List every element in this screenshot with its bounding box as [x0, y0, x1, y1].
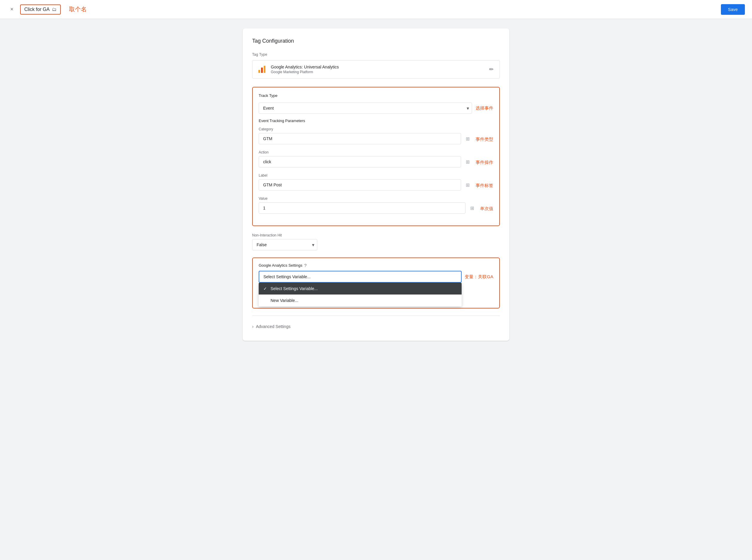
topbar: × Click for GA 🗂 取个名 Save — [0, 0, 752, 19]
main-content: Tag Configuration Tag Type Google Analyt… — [0, 19, 752, 350]
ga-settings-selected-value: Select Settings Variable... — [263, 274, 310, 279]
card: Tag Configuration Tag Type Google Analyt… — [243, 28, 509, 341]
dropdown-item-new-variable[interactable]: New Variable... — [259, 295, 462, 306]
non-interaction-section: Non-Interaction Hit False True ▾ — [252, 233, 500, 251]
track-type-field: Event Page View Transaction ▾ 选择事件 — [259, 102, 493, 114]
card-title: Tag Configuration — [252, 38, 500, 44]
label-chinese-label: 事件标签 — [475, 183, 493, 188]
non-interaction-select[interactable]: False True — [252, 239, 317, 251]
save-button[interactable]: Save — [721, 4, 745, 15]
label-variable-button[interactable]: ⊞ — [463, 180, 472, 189]
category-field-group: Category ⊞ 事件类型 — [259, 127, 493, 145]
svg-rect-2 — [264, 66, 265, 73]
value-field-group: Value ⊞ 单次值 — [259, 197, 493, 215]
track-type-chinese-label: 选择事件 — [475, 105, 493, 111]
value-variable-button[interactable]: ⊞ — [468, 203, 476, 213]
tag-type-name: Google Analytics: Universal Analytics — [271, 65, 488, 69]
ga-settings-chinese-label: 变量：关联GA — [465, 274, 493, 280]
non-interaction-label: Non-Interaction Hit — [252, 233, 500, 237]
ga-icon — [257, 65, 267, 74]
close-icon: × — [11, 6, 14, 13]
checkmark-icon: ✓ — [263, 286, 268, 291]
ga-settings-dropdown-menu: ✓ Select Settings Variable... New Variab… — [259, 283, 462, 306]
pencil-icon: ✏ — [489, 66, 494, 72]
folder-icon: 🗂 — [52, 7, 57, 12]
tag-type-row: Google Analytics: Universal Analytics Go… — [252, 60, 500, 79]
edit-tag-type-button[interactable]: ✏ — [488, 65, 495, 74]
track-type-select[interactable]: Event Page View Transaction — [259, 102, 472, 114]
ga-settings-section: Google Analytics Settings ? Select Setti… — [252, 258, 500, 308]
ga-settings-header: Google Analytics Settings ? — [259, 263, 493, 268]
value-label: Value — [259, 197, 493, 201]
action-variable-button[interactable]: ⊞ — [463, 157, 472, 166]
ga-settings-dropdown-container: Select Settings Variable... ✓ Select Set… — [259, 271, 493, 303]
track-type-title: Track Type — [259, 93, 493, 98]
category-variable-button[interactable]: ⊞ — [463, 134, 472, 143]
variable-icon: ⊞ — [470, 205, 474, 211]
chevron-right-icon: › — [252, 324, 253, 329]
event-tracking-title: Event Tracking Parameters — [259, 119, 493, 123]
label-field-group: Label ⊞ 事件标签 — [259, 173, 493, 192]
dropdown-item-select-variable[interactable]: ✓ Select Settings Variable... — [259, 283, 462, 295]
category-label: Category — [259, 127, 493, 131]
topbar-left: × Click for GA 🗂 取个名 — [7, 4, 87, 15]
track-type-highlight-section: Track Type Event Page View Transaction ▾… — [252, 87, 500, 226]
label-input[interactable] — [259, 179, 461, 191]
svg-rect-1 — [261, 67, 263, 73]
value-input[interactable] — [259, 202, 466, 214]
variable-icon: ⊞ — [466, 159, 470, 165]
category-chinese-label: 事件类型 — [475, 137, 493, 142]
tag-type-info: Google Analytics: Universal Analytics Go… — [271, 65, 488, 74]
variable-icon: ⊞ — [466, 136, 470, 142]
help-icon[interactable]: ? — [304, 263, 306, 268]
tag-name-text: Click for GA — [24, 7, 49, 12]
dropdown-item-label: New Variable... — [270, 298, 298, 303]
tag-name-container: Click for GA 🗂 — [20, 4, 61, 15]
label-label: Label — [259, 173, 493, 178]
ga-settings-dropdown-trigger[interactable]: Select Settings Variable... — [259, 271, 462, 283]
variable-icon: ⊞ — [466, 182, 470, 188]
svg-rect-0 — [258, 70, 260, 73]
value-chinese-label: 单次值 — [480, 206, 493, 212]
action-label: Action — [259, 150, 493, 154]
action-chinese-label: 事件操作 — [475, 160, 493, 165]
close-button[interactable]: × — [7, 5, 17, 14]
category-input[interactable] — [259, 133, 461, 144]
ga-settings-label: Google Analytics Settings — [259, 263, 302, 267]
action-field-group: Action ⊞ 事件操作 — [259, 150, 493, 168]
tag-type-label: Tag Type — [252, 53, 500, 57]
dropdown-item-label: Select Settings Variable... — [270, 286, 318, 291]
divider — [252, 316, 500, 316]
tag-type-sub: Google Marketing Platform — [271, 70, 488, 74]
chinese-name-label: 取个名 — [69, 5, 87, 13]
advanced-settings-label: Advanced Settings — [256, 324, 291, 329]
advanced-settings-row[interactable]: › Advanced Settings — [252, 322, 500, 331]
action-input[interactable] — [259, 156, 461, 167]
